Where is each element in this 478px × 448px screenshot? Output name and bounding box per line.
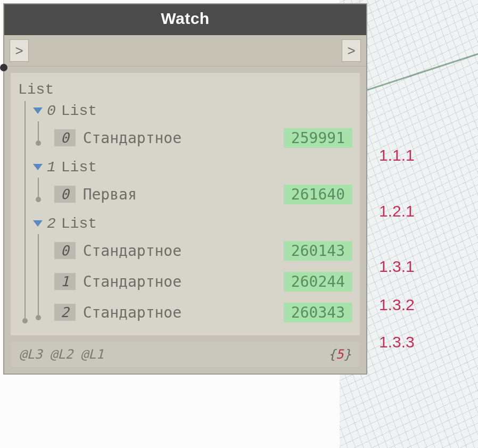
item-index-badge: 0 [54, 242, 76, 259]
annotation-label: 1.2.1 [379, 202, 415, 220]
count-number: 5 [336, 347, 343, 362]
sublist-index: 1 [47, 159, 56, 176]
brace-close: } [344, 347, 351, 362]
collapse-toggle-icon[interactable] [33, 107, 43, 114]
tree-guide-end [22, 318, 28, 323]
item-name: Первая [83, 186, 137, 203]
element-id-badge[interactable]: 260143 [284, 241, 352, 261]
sublist-header[interactable]: 1 List [33, 155, 352, 179]
watch-node[interactable]: Watch > > List 0 List 0 [3, 3, 367, 375]
root-list-label: List [18, 81, 352, 98]
lacing-levels[interactable]: @L3 @L2 @L1 [19, 347, 104, 362]
sublist-index: 2 [47, 215, 56, 232]
sublist-header[interactable]: 0 List [33, 99, 352, 122]
sublist-index: 0 [47, 103, 56, 119]
annotation-label: 1.3.3 [379, 333, 415, 351]
sublist-1: 1 List 0 Первая 261640 [33, 155, 352, 210]
item-index-badge: 2 [54, 304, 76, 321]
watch-footer: @L3 @L2 @L1 {5} [11, 342, 360, 367]
brace-open: { [328, 347, 336, 362]
tree-guide-line [38, 178, 39, 199]
tree-guide-end [36, 140, 41, 146]
item-name: Стандартное [83, 242, 182, 260]
element-id-badge[interactable]: 260343 [284, 303, 352, 322]
element-id-badge[interactable]: 259991 [284, 128, 352, 148]
tree-guide-line [38, 121, 39, 143]
watch-body: List 0 List 0 Стандартное 259991 [11, 73, 360, 335]
tree-guide-end [36, 197, 41, 202]
tree-guide-line [38, 234, 39, 317]
item-name: Стандартное [83, 273, 182, 291]
sublist-type-label: List [61, 159, 97, 176]
input-port[interactable]: > [10, 39, 29, 62]
collapse-toggle-icon[interactable] [33, 220, 43, 227]
list-item[interactable]: 0 Первая 261640 [54, 179, 352, 210]
annotation-label: 1.3.2 [379, 296, 415, 314]
list-item[interactable]: 2 Стандартное 260343 [54, 297, 352, 328]
node-title[interactable]: Watch [4, 4, 366, 35]
item-index-badge: 0 [54, 186, 76, 203]
item-index-badge: 0 [54, 129, 76, 146]
list-item[interactable]: 0 Стандартное 260143 [54, 235, 352, 266]
input-connector-dot[interactable] [0, 64, 7, 71]
item-name: Стандартное [83, 304, 182, 321]
list-item[interactable]: 1 Стандартное 260244 [54, 266, 352, 297]
item-count: {5} [328, 347, 351, 362]
tree-guide-line [24, 101, 26, 320]
element-id-badge[interactable]: 261640 [284, 185, 352, 204]
list-item[interactable]: 0 Стандартное 259991 [54, 122, 352, 153]
sublist-type-label: List [61, 215, 97, 232]
item-index-badge: 1 [54, 273, 76, 290]
sublist-header[interactable]: 2 List [33, 212, 352, 235]
output-port[interactable]: > [342, 39, 361, 62]
sublist-0: 0 List 0 Стандартное 259991 [33, 99, 352, 153]
sublist-2: 2 List 0 Стандартное 260143 1 Стандартно… [33, 212, 352, 328]
tree-guide-end [36, 315, 41, 320]
sublist-type-label: List [61, 103, 97, 119]
element-id-badge[interactable]: 260244 [284, 272, 352, 292]
annotation-label: 1.1.1 [379, 146, 415, 164]
collapse-toggle-icon[interactable] [33, 164, 43, 170]
tree: 0 List 0 Стандартное 259991 1 [18, 99, 352, 328]
port-row: > > [4, 35, 366, 67]
annotation-label: 1.3.1 [379, 258, 415, 276]
item-name: Стандартное [83, 129, 182, 147]
